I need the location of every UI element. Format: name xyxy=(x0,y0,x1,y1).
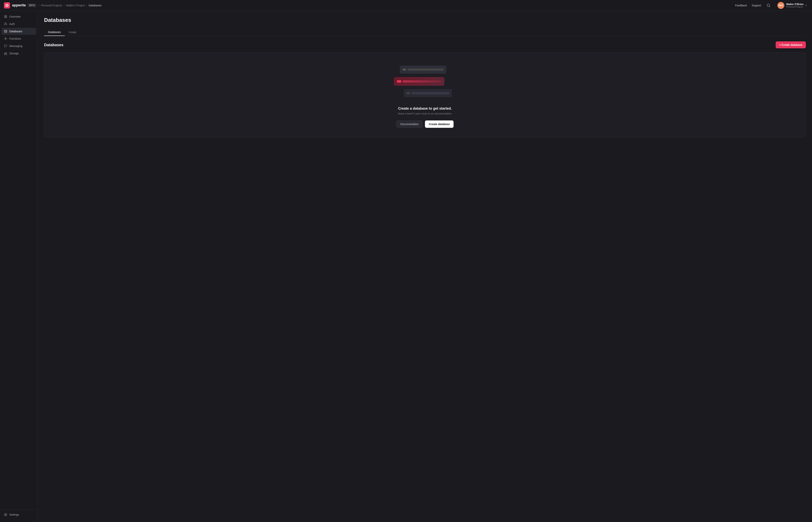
user-name: Walter O'Brien xyxy=(786,3,804,6)
sidebar-item-label: Databases xyxy=(9,30,22,33)
breadcrumb: / Personal Projects / Walter's Project /… xyxy=(39,4,102,7)
search-icon xyxy=(767,3,770,7)
illus-line-3 xyxy=(411,92,449,94)
section-header: Databases + Create database xyxy=(44,41,806,48)
user-subtitle: Personal Projects xyxy=(786,6,804,8)
sidebar-item-label: Messaging xyxy=(9,44,22,47)
sidebar-item-functions[interactable]: Functions xyxy=(2,35,36,42)
empty-state-card: Create a database to get started. Need a… xyxy=(44,52,806,137)
app-header: appwrite BETA / Personal Projects / Walt… xyxy=(0,0,812,11)
breadcrumb-sep-2: / xyxy=(64,4,65,7)
create-database-empty-button[interactable]: Create database xyxy=(425,120,453,128)
illus-row-3 xyxy=(404,89,452,97)
appwrite-logo xyxy=(4,2,10,8)
page-title: Databases xyxy=(44,17,806,23)
breadcrumb-sep-3: / xyxy=(86,4,87,7)
sidebar-item-label: Auth xyxy=(9,22,15,25)
feedback-link[interactable]: Feedback xyxy=(735,4,747,7)
svg-rect-4 xyxy=(4,16,5,16)
illus-dot-2 xyxy=(397,80,401,83)
sidebar-item-auth[interactable]: Auth xyxy=(2,20,36,27)
illus-row-2 xyxy=(394,77,444,86)
sidebar-nav: Overview Auth Databases xyxy=(0,13,38,509)
sidebar-item-databases[interactable]: Databases xyxy=(2,28,36,35)
svg-rect-7 xyxy=(6,17,7,18)
sidebar-item-label: Settings xyxy=(9,513,19,516)
sidebar-bottom: Settings xyxy=(0,509,38,520)
empty-state-description: Need a hand? Learn more in our documenta… xyxy=(398,112,452,115)
sidebar-item-overview[interactable]: Overview xyxy=(2,13,36,20)
logo-text: appwrite xyxy=(12,3,26,7)
create-database-button[interactable]: + Create database xyxy=(776,41,806,48)
storage-icon xyxy=(4,52,7,55)
app-body: Overview Auth Databases xyxy=(0,11,812,522)
logo-area[interactable]: appwrite BETA xyxy=(4,2,36,8)
breadcrumb-databases: Databases xyxy=(89,4,102,7)
header-right: Feedback Support WO Walter O'Brien Perso… xyxy=(735,1,808,10)
breadcrumb-sep-1: / xyxy=(39,4,39,7)
sidebar-item-label: Functions xyxy=(9,37,21,40)
support-link[interactable]: Support xyxy=(752,4,761,7)
sidebar-item-messaging[interactable]: Messaging xyxy=(2,42,36,49)
user-menu[interactable]: WO Walter O'Brien Personal Projects ▾ xyxy=(776,1,808,10)
section-title: Databases xyxy=(44,43,63,47)
user-info: Walter O'Brien Personal Projects xyxy=(786,3,804,8)
empty-illustration xyxy=(394,62,456,100)
sidebar-item-storage[interactable]: Storage xyxy=(2,50,36,57)
svg-point-1 xyxy=(6,5,7,6)
beta-badge: BETA xyxy=(28,4,36,7)
auth-icon xyxy=(4,22,7,26)
svg-rect-5 xyxy=(6,16,7,16)
chevron-down-icon: ▾ xyxy=(806,4,807,7)
sidebar-item-label: Storage xyxy=(9,52,19,55)
illus-line-1 xyxy=(408,68,444,71)
tabs: Databases Usage xyxy=(44,28,806,36)
tab-usage[interactable]: Usage xyxy=(65,28,80,36)
illus-row-1 xyxy=(400,65,446,74)
messaging-icon xyxy=(4,44,7,48)
sidebar-item-settings[interactable]: Settings xyxy=(2,511,36,518)
svg-point-11 xyxy=(5,514,6,515)
svg-point-8 xyxy=(5,23,6,24)
sidebar-item-label: Overview xyxy=(9,15,20,18)
empty-state-actions: Documentation Create database xyxy=(396,120,453,128)
breadcrumb-walters-project[interactable]: Walter's Project xyxy=(66,4,85,7)
overview-icon xyxy=(4,15,7,18)
svg-point-9 xyxy=(4,30,7,31)
breadcrumb-personal-projects[interactable]: Personal Projects xyxy=(41,4,62,7)
illus-dot-1 xyxy=(403,68,406,71)
documentation-button[interactable]: Documentation xyxy=(396,120,423,128)
svg-line-3 xyxy=(769,6,770,7)
avatar: WO xyxy=(777,2,784,9)
empty-state-title: Create a database to get started. xyxy=(398,106,452,111)
search-button[interactable] xyxy=(766,3,771,8)
functions-icon xyxy=(4,37,7,40)
illus-line-2 xyxy=(403,80,441,82)
svg-marker-10 xyxy=(4,37,7,40)
svg-rect-6 xyxy=(4,17,5,18)
databases-icon xyxy=(4,29,7,33)
sidebar: Overview Auth Databases xyxy=(0,11,38,522)
settings-icon xyxy=(4,513,7,516)
tab-databases[interactable]: Databases xyxy=(44,28,65,36)
main-content: Databases Databases Usage Databases + Cr… xyxy=(38,11,812,522)
illus-dot-3 xyxy=(406,92,410,94)
